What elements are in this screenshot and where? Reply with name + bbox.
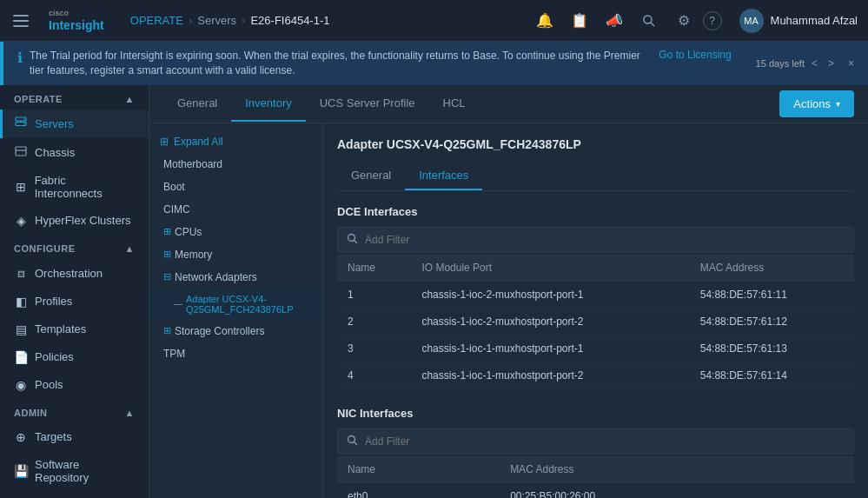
- bell-icon[interactable]: 🔔: [529, 5, 560, 37]
- software-label: Software Repository: [35, 458, 135, 484]
- tree-tpm[interactable]: TPM: [149, 342, 322, 365]
- hamburger-menu[interactable]: [0, 0, 42, 42]
- detail-panel: Adapter UCSX-V4-Q25GML_FCH243876LP Gener…: [323, 123, 868, 498]
- sidebar-admin-label: ADMIN: [14, 408, 48, 418]
- cisco-label: cisco: [49, 9, 104, 18]
- sidebar-item-software[interactable]: 💾 Software Repository: [0, 451, 149, 491]
- sidebar-operate-header[interactable]: OPERATE ▲: [0, 85, 149, 110]
- dce-filter-bar[interactable]: [337, 227, 854, 253]
- banner-close[interactable]: ×: [848, 57, 854, 70]
- user-info[interactable]: MA Muhammad Afzal: [729, 9, 868, 33]
- clipboard-icon[interactable]: 📋: [564, 5, 595, 37]
- templates-icon: ▤: [14, 322, 28, 336]
- content-area: General Inventory UCS Server Profile HCL…: [149, 85, 868, 498]
- table-row[interactable]: eth0 00:25:B5:00:26:00: [337, 482, 854, 498]
- dce-filter-input[interactable]: [365, 234, 845, 246]
- nic-filter-input[interactable]: [365, 435, 845, 448]
- tree-network-label: Network Adapters: [175, 271, 257, 283]
- tab-inventory[interactable]: Inventory: [231, 86, 305, 122]
- sidebar-item-policies[interactable]: 📄 Policies: [0, 343, 149, 371]
- actions-button[interactable]: Actions ▾: [779, 90, 854, 117]
- search-icon[interactable]: [633, 5, 665, 37]
- banner-link[interactable]: Go to Licensing: [659, 49, 731, 61]
- table-row[interactable]: 4 chassis-1-ioc-1-muxhostport-port-2 54:…: [337, 362, 854, 388]
- tree-adapter[interactable]: — Adapter UCSX-V4-Q25GML_FCH243876LP: [149, 289, 322, 320]
- table-row[interactable]: 2 chassis-1-ioc-2-muxhostport-port-2 54:…: [337, 308, 854, 335]
- tree-memory[interactable]: ⊞ Memory: [149, 243, 322, 266]
- tab-ucs-server-profile[interactable]: UCS Server Profile: [306, 86, 429, 122]
- table-row[interactable]: 1 chassis-1-ioc-2-muxhostport-port-1 54:…: [337, 281, 854, 308]
- top-nav: cisco Intersight OPERATE › Servers › E26…: [0, 0, 868, 42]
- sidebar-configure-header[interactable]: CONFIGURE ▲: [0, 235, 149, 259]
- tree-boot-label: Boot: [163, 181, 185, 193]
- gear-icon[interactable]: ⚙: [668, 5, 699, 37]
- detail-tab-general[interactable]: General: [337, 162, 405, 190]
- orchestration-label: Orchestration: [35, 267, 103, 280]
- chassis-label: Chassis: [35, 146, 75, 159]
- dce-mac: 54:88:DE:57:61:13: [690, 335, 854, 362]
- banner-prev[interactable]: <: [808, 56, 821, 71]
- nic-mac: 00:25:B5:00:26:00: [500, 482, 854, 498]
- svg-rect-2: [13, 25, 29, 27]
- app-name: Intersight: [49, 18, 104, 33]
- megaphone-icon[interactable]: 📣: [599, 5, 630, 37]
- software-icon: 💾: [14, 464, 28, 478]
- tab-general[interactable]: General: [163, 86, 231, 122]
- dce-io-port: chassis-1-ioc-2-muxhostport-port-1: [411, 281, 689, 308]
- svg-rect-0: [13, 15, 29, 17]
- hyperflex-label: HyperFlex Clusters: [35, 214, 131, 227]
- dce-col-name: Name: [337, 255, 411, 282]
- breadcrumb-sep-2: ›: [242, 14, 245, 27]
- sidebar-item-fabric[interactable]: ⊞ Fabric Interconnects: [0, 167, 149, 207]
- tree-motherboard[interactable]: Motherboard: [149, 153, 322, 176]
- tree-cimc[interactable]: CIMC: [149, 198, 322, 221]
- sidebar-admin-header[interactable]: ADMIN ▲: [0, 399, 149, 423]
- sidebar-item-chassis[interactable]: Chassis: [0, 138, 149, 167]
- tree-storage[interactable]: ⊞ Storage Controllers: [149, 320, 322, 342]
- sidebar-configure-chevron: ▲: [125, 243, 135, 254]
- sidebar-configure-label: CONFIGURE: [14, 243, 76, 254]
- sidebar-item-servers[interactable]: Servers: [0, 110, 149, 138]
- tree-dash-icon: —: [174, 299, 182, 309]
- expand-all-label: Expand All: [174, 136, 223, 148]
- svg-point-8: [23, 123, 25, 124]
- nic-filter-icon: [347, 435, 358, 448]
- dce-name: 2: [337, 308, 411, 335]
- banner-info-icon: ℹ: [17, 50, 23, 66]
- chassis-icon: [14, 145, 28, 160]
- detail-tab-interfaces[interactable]: Interfaces: [405, 162, 482, 190]
- nav-icons: 🔔 📋 📣 ⚙ ?: [522, 5, 729, 37]
- sidebar-item-templates[interactable]: ▤ Templates: [0, 315, 149, 343]
- help-icon[interactable]: ?: [703, 11, 722, 30]
- templates-label: Templates: [35, 322, 86, 335]
- sidebar-admin-chevron: ▲: [125, 408, 135, 418]
- sidebar-item-targets[interactable]: ⊕ Targets: [0, 423, 149, 451]
- sidebar-item-pools[interactable]: ◉ Pools: [0, 371, 149, 399]
- sidebar-operate-chevron: ▲: [125, 94, 135, 104]
- policies-icon: 📄: [14, 350, 28, 364]
- banner-nav: < >: [808, 56, 838, 71]
- tree-cpus[interactable]: ⊞ CPUs: [149, 221, 322, 243]
- table-row[interactable]: 3 chassis-1-ioc-1-muxhostport-port-1 54:…: [337, 335, 854, 362]
- sidebar-item-orchestration[interactable]: ⧈ Orchestration: [0, 259, 149, 288]
- logo: cisco Intersight: [42, 9, 116, 33]
- fabric-icon: ⊞: [14, 180, 28, 194]
- servers-label: Servers: [35, 117, 74, 130]
- expand-icon: ⊞: [160, 136, 169, 148]
- tab-hcl[interactable]: HCL: [429, 86, 480, 122]
- dce-filter-icon: [347, 233, 358, 247]
- breadcrumb-operate[interactable]: OPERATE: [130, 14, 183, 27]
- svg-rect-1: [13, 20, 29, 22]
- tree-network-adapters[interactable]: ⊟ Network Adapters: [149, 266, 322, 289]
- expand-all-btn[interactable]: ⊞ Expand All: [149, 130, 322, 153]
- dce-mac: 54:88:DE:57:61:11: [690, 281, 854, 308]
- dce-table: Name IO Module Port MAC Address 1 chassi…: [337, 255, 854, 389]
- banner-next[interactable]: >: [825, 56, 838, 71]
- nic-filter-bar[interactable]: [337, 428, 854, 455]
- breadcrumb-servers[interactable]: Servers: [197, 14, 236, 27]
- tree-boot[interactable]: Boot: [149, 176, 322, 198]
- sidebar-item-profiles[interactable]: ◧ Profiles: [0, 288, 149, 315]
- sidebar-item-hyperflex[interactable]: ◈ HyperFlex Clusters: [0, 207, 149, 235]
- sidebar-operate-section: OPERATE ▲ Servers: [0, 85, 149, 235]
- dce-col-mac: MAC Address: [690, 255, 854, 282]
